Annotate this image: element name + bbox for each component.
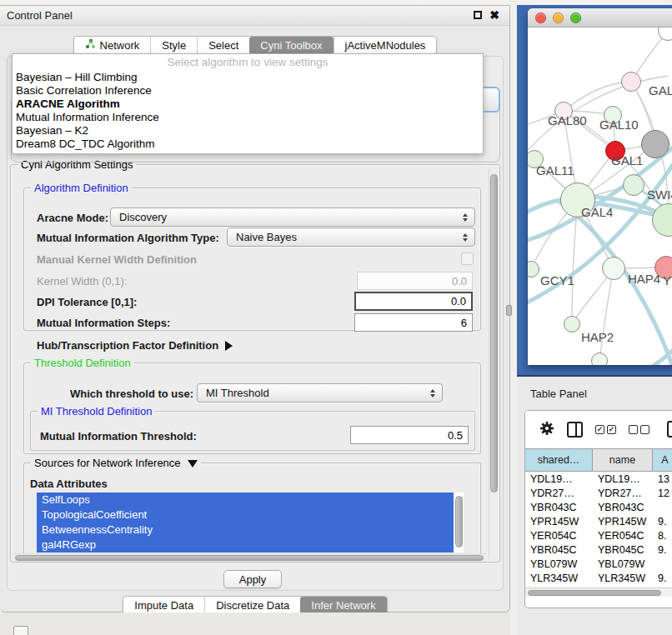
table-row[interactable]: YDR27…YDR27…12	[525, 487, 672, 501]
dpi-tolerance-field[interactable]: 0.0	[354, 292, 473, 311]
algorithm-definition-title: Algorithm Definition	[31, 182, 132, 194]
dropdown-item[interactable]: Bayesian – Hill Climbing	[13, 71, 483, 84]
column-header-name[interactable]: name	[593, 449, 653, 471]
tab-cyni-toolbox[interactable]: Cyni Toolbox	[249, 37, 333, 54]
data-attributes-list: SelfLoops TopologicalCoefficient Between…	[37, 492, 464, 552]
expanded-arrow-icon	[188, 460, 198, 468]
settings-vertical-scrollbar[interactable]	[489, 169, 499, 559]
dropdown-item[interactable]: Dream8 DC_TDC Algorithm	[13, 138, 483, 151]
table-toolbar: ✓✓	[525, 411, 672, 448]
node-label: HAP2	[581, 330, 614, 344]
application-window: Control Panel ✖	[0, 0, 672, 635]
minimize-traffic-light-icon[interactable]	[553, 12, 564, 23]
scrollbar-thumb[interactable]	[528, 590, 661, 596]
dropdown-item[interactable]: Bayesian – K2	[13, 124, 483, 138]
mi-threshold-label: Mutual Information Threshold:	[40, 430, 197, 442]
table-row[interactable]: YLR345WYLR345W9.	[525, 572, 672, 586]
scrollbar-thumb[interactable]	[490, 174, 498, 492]
network-window[interactable]: GAL GAL80 GAL10 GAL1 GAL11 SWI4 GAL4 GCY…	[528, 8, 672, 365]
settings-horizontal-scrollbar[interactable]	[13, 553, 487, 562]
tab-network[interactable]: Network	[74, 37, 151, 54]
node-label: GAL	[649, 83, 672, 98]
control-panel-title: Control Panel	[7, 9, 73, 22]
column-header-shared-name[interactable]: shared…	[525, 449, 593, 471]
close-traffic-light-icon[interactable]	[535, 12, 546, 23]
node-label: GAL11	[536, 163, 574, 178]
mi-threshold-field[interactable]: 0.5	[350, 426, 469, 444]
table-header-row: shared… name A	[525, 448, 672, 472]
collapsed-arrow-icon	[225, 341, 233, 351]
network-node-hap2[interactable]	[564, 316, 580, 332]
network-node-gray[interactable]	[641, 130, 669, 158]
which-threshold-label: Which threshold to use:	[70, 388, 193, 400]
attribute-item-selected[interactable]: BetweennessCentrality	[37, 522, 454, 538]
tab-network-label: Network	[100, 37, 140, 54]
deselect-all-checkboxes-icon[interactable]	[629, 425, 649, 434]
tab-jactivemnodules[interactable]: jActiveMNodules	[333, 37, 437, 54]
table-icon[interactable]	[667, 421, 672, 438]
combo-stepper-icon	[463, 213, 468, 222]
algorithm-dropdown-popup: Select algorithm to view settings Bayesi…	[12, 53, 484, 154]
zoom-traffic-light-icon[interactable]	[570, 12, 581, 23]
tab-infer-network[interactable]: Infer Network	[300, 597, 386, 614]
float-window-icon[interactable]	[474, 11, 482, 19]
node-table: ✓✓ shared… name A YDL19…YDL19…13 YDR27…Y…	[524, 410, 672, 608]
node-label: GAL10	[599, 118, 639, 132]
hub-definition-toggle[interactable]: Hub/Transcription Factor Definition	[37, 339, 233, 352]
mi-type-combo[interactable]: Naive Bayes	[227, 228, 475, 247]
minimized-window-icon[interactable]	[13, 626, 28, 635]
manual-kernel-label: Manual Kernel Width Definition	[37, 253, 197, 266]
threshold-definition-title: Threshold Definition	[31, 357, 134, 369]
top-tabbar: Network Style Select Cyni Toolbox jActiv…	[0, 36, 510, 55]
sources-group-title[interactable]: Sources for Network Inference	[31, 457, 201, 469]
node-label: SWI4	[647, 188, 672, 202]
network-node[interactable]	[621, 72, 641, 92]
select-all-checkboxes-icon[interactable]: ✓✓	[595, 425, 616, 434]
aracne-mode-combo[interactable]: Discovery	[110, 208, 475, 227]
attribute-item-selected[interactable]: TopologicalCoefficient	[37, 508, 454, 522]
attributes-list-scrollbar[interactable]	[455, 496, 463, 548]
table-row[interactable]: YDL19…YDL19…13	[525, 472, 672, 487]
table-body: YDL19…YDL19…13 YDR27…YDR27…12 YBR043CYBR…	[525, 472, 672, 588]
split-columns-icon[interactable]	[567, 422, 583, 438]
network-window-titlebar[interactable]	[528, 8, 672, 28]
control-panel-titlebar: Control Panel ✖	[0, 6, 509, 26]
which-threshold-combo[interactable]: MI Threshold	[197, 383, 443, 402]
tab-impute-data[interactable]: Impute Data	[123, 597, 204, 614]
close-icon[interactable]: ✖	[489, 9, 499, 21]
apply-button[interactable]: Apply	[223, 570, 282, 588]
dropdown-item[interactable]: Mutual Information Inference	[13, 111, 483, 124]
table-row[interactable]: YER054CYER054C8.	[525, 529, 672, 543]
tab-discretize-data[interactable]: Discretize Data	[204, 597, 300, 614]
mi-steps-field[interactable]: 6	[354, 313, 473, 332]
column-header-partial[interactable]: A	[653, 449, 672, 471]
network-node-hap4[interactable]	[602, 257, 625, 280]
tab-style[interactable]: Style	[150, 37, 197, 54]
dropdown-item-selected[interactable]: ARACNE Algorithm	[13, 98, 483, 111]
kernel-width-field[interactable]: 0.0	[357, 272, 473, 290]
table-row[interactable]: YBR045CYBR045C9.	[525, 543, 672, 558]
network-node-swi4[interactable]	[623, 174, 644, 196]
aracne-mode-label: Aracne Mode:	[37, 212, 108, 224]
gear-icon[interactable]	[539, 421, 554, 439]
network-canvas[interactable]: GAL GAL80 GAL10 GAL1 GAL11 SWI4 GAL4 GCY…	[528, 28, 672, 365]
table-row[interactable]: YPR145WYPR145W9.	[525, 515, 672, 529]
network-node[interactable]	[591, 352, 608, 365]
divider-collapse-handle[interactable]	[506, 305, 512, 316]
attribute-item-selected[interactable]: SelfLoops	[37, 492, 454, 508]
scrollbar-thumb[interactable]	[15, 555, 484, 561]
panel-divider	[510, 0, 517, 635]
mi-type-label: Mutual Information Algorithm Type:	[37, 232, 219, 244]
dropdown-placeholder: Select algorithm to view settings	[13, 54, 483, 71]
manual-kernel-checkbox[interactable]	[461, 252, 474, 265]
node-label: GAL80	[548, 113, 587, 128]
attribute-item-selected[interactable]: gal4RGexp	[37, 538, 454, 552]
tab-select[interactable]: Select	[197, 37, 249, 54]
table-panel: Table Panel ✓✓	[517, 377, 672, 635]
table-row[interactable]: YBR043CYBR043C	[525, 501, 672, 515]
table-horizontal-scrollbar[interactable]	[525, 588, 672, 597]
table-row[interactable]: YBL079WYBL079W	[525, 558, 672, 572]
combo-stepper-icon	[430, 389, 435, 398]
dropdown-item[interactable]: Basic Correlation Inference	[13, 84, 483, 98]
combo-stepper-icon	[463, 233, 468, 242]
